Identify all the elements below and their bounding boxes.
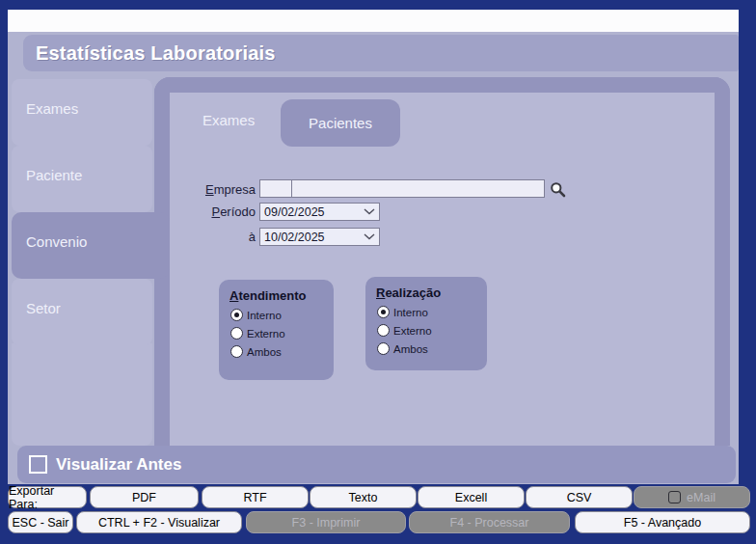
- radio-selected-icon: [230, 309, 243, 321]
- realizacao-title: Realização: [365, 277, 487, 300]
- atendimento-radio-interno[interactable]: Interno: [230, 309, 334, 321]
- chevron-down-icon: [364, 208, 375, 215]
- tab-pacientes[interactable]: Pacientes: [281, 99, 400, 147]
- exportar-para-label: Exportar Para:: [8, 486, 87, 508]
- chevron-down-icon: [364, 233, 375, 240]
- sidebar-item-exames[interactable]: Exames: [12, 79, 152, 146]
- title-bar: Estatísticas Laboratoriais: [23, 35, 739, 71]
- sidebar-item-setor[interactable]: Setor: [12, 279, 152, 345]
- empresa-name-input[interactable]: [291, 179, 545, 198]
- atendimento-radio-ambos[interactable]: Ambos: [230, 345, 334, 358]
- radio-selected-icon: [377, 306, 390, 318]
- export-excell-button[interactable]: Excell: [418, 486, 525, 508]
- sidebar-item-paciente[interactable]: Paciente: [12, 146, 152, 212]
- visualizar-antes-label: Visualizar Antes: [56, 455, 181, 475]
- visualizar-antes-checkbox[interactable]: [29, 455, 47, 474]
- export-email-button: eMail: [634, 486, 750, 508]
- tab-exames[interactable]: Exames: [202, 112, 255, 128]
- page-title: Estatísticas Laboratoriais: [36, 42, 276, 65]
- f5-avancado-button[interactable]: F5 - Avançado: [575, 511, 750, 533]
- radio-icon: [230, 345, 243, 358]
- realizacao-radio-externo[interactable]: Externo: [377, 324, 487, 337]
- atendimento-radio-externo[interactable]: Externo: [230, 327, 334, 340]
- f4-processar-button: F4 - Processar: [409, 511, 570, 533]
- periodo-start-select[interactable]: 09/02/2025: [259, 203, 380, 221]
- realizacao-group: Realização Interno Externo Ambos: [365, 277, 487, 370]
- main-panel: [154, 77, 730, 446]
- periodo-end-select[interactable]: 10/02/2025: [259, 228, 380, 246]
- atendimento-group: Atendimento Interno Externo Ambos: [219, 280, 334, 380]
- periodo-label: Período: [178, 204, 256, 219]
- top-white-strip: [8, 10, 739, 32]
- search-icon: [550, 181, 566, 198]
- atendimento-title: Atendimento: [219, 280, 334, 303]
- esc-sair-button[interactable]: ESC - Sair: [8, 511, 73, 533]
- export-rtf-button[interactable]: RTF: [202, 486, 309, 508]
- sidebar-item-convenio[interactable]: Convenio: [12, 212, 170, 279]
- email-checkbox-icon: [668, 491, 681, 503]
- realizacao-radio-interno[interactable]: Interno: [377, 306, 487, 318]
- f3-imprimir-button: F3 - Imprimir: [246, 511, 406, 533]
- radio-icon: [377, 324, 390, 337]
- empresa-code-input[interactable]: [259, 179, 292, 198]
- radio-icon: [230, 327, 243, 340]
- export-pdf-button[interactable]: PDF: [90, 486, 199, 508]
- ctrl-f2-visualizar-button[interactable]: CTRL + F2 - Visualizar: [76, 511, 242, 533]
- visualizar-antes-bar: Visualizar Antes: [17, 446, 736, 483]
- radio-icon: [377, 342, 390, 355]
- ate-label: à: [178, 230, 256, 244]
- empresa-label: Empresa: [178, 182, 256, 197]
- realizacao-radio-ambos[interactable]: Ambos: [377, 342, 487, 355]
- sidebar-filler: [12, 343, 152, 446]
- empresa-search-button[interactable]: [549, 179, 566, 199]
- export-csv-button[interactable]: CSV: [526, 486, 633, 508]
- export-texto-button[interactable]: Texto: [310, 486, 417, 508]
